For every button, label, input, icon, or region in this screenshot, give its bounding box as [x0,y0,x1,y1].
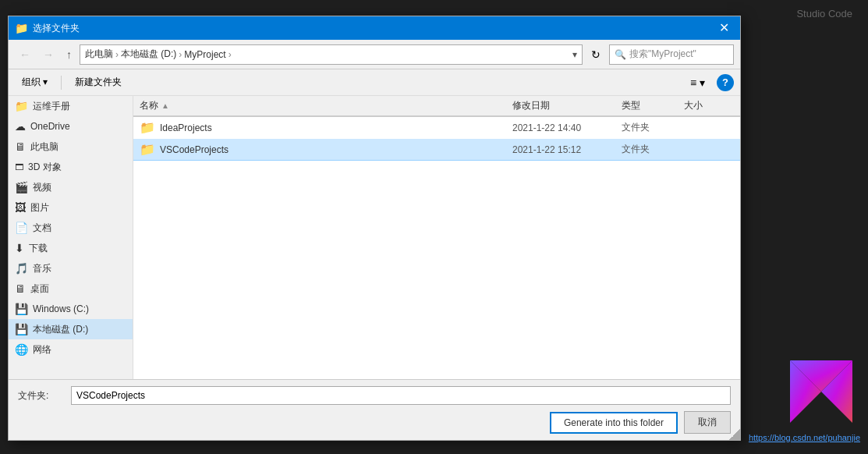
button-row: Generate into this folder 取消 [18,411,731,434]
forward-icon: → [43,48,54,61]
sidebar-item-label: 本地磁盘 (D:) [33,323,88,336]
sidebar-item-label: 网络 [33,343,51,356]
sidebar-item-maintenance[interactable]: 📁 运维手册 [9,96,133,116]
title-bar: 📁 选择文件夹 ✕ [9,16,740,40]
file-name-label: IdeaProjects [160,122,212,133]
sidebar-item-label: 运维手册 [33,100,70,113]
sidebar-item-windows-c[interactable]: 💾 Windows (C:) [9,299,133,319]
column-type[interactable]: 类型 [615,99,678,112]
file-picker-dialog: 📁 选择文件夹 ✕ ← → ↑ 此电脑 › 本地磁盘 (D:) › MyProj… [8,16,741,441]
sidebar-item-desktop[interactable]: 🖥 桌面 [9,278,133,299]
drive-c-icon: 💾 [15,303,28,315]
sidebar-item-label: 3D 对象 [28,161,62,174]
column-name-label: 名称 [140,99,158,112]
file-name-label: VSCodeProjects [160,144,229,155]
download-icon: ⬇ [15,242,24,254]
file-list: 名称 ▲ 修改日期 类型 大小 📁 IdeaProjects 2021-1-22… [133,96,740,379]
filename-row: 文件夹: [18,386,731,405]
search-box[interactable]: 🔍 搜索"MyProject" [609,44,734,65]
sidebar-item-videos[interactable]: 🎬 视频 [9,177,133,197]
toolbar: 组织 ▾ 新建文件夹 ≡ ▾ ? [9,69,740,96]
generate-button[interactable]: Generate into this folder [550,412,678,434]
file-name-cell: 📁 IdeaProjects [133,120,506,135]
sidebar-item-label: OneDrive [30,121,70,132]
folder-icon: 📁 [140,142,155,157]
up-button[interactable]: ↑ [62,45,76,64]
dialog-title: 选择文件夹 [33,22,714,35]
sidebar-item-label: 音乐 [33,262,51,275]
document-icon: 📄 [15,222,28,234]
sidebar-item-label: 文档 [33,222,51,235]
refresh-button[interactable]: ↻ [586,45,606,64]
bottom-bar: 文件夹: Generate into this folder 取消 [9,379,740,440]
thispc-icon: 🖥 [15,140,26,153]
filename-label: 文件夹: [18,389,65,403]
sidebar-item-label: Windows (C:) [33,303,89,314]
table-row[interactable]: 📁 VSCodeProjects 2021-1-22 15:12 文件夹 [133,139,740,161]
network-icon: 🌐 [15,343,28,356]
breadcrumb-dropdown-icon[interactable]: ▾ [572,49,577,60]
cube-icon: 🗖 [15,162,23,172]
picture-icon: 🖼 [15,201,26,214]
sidebar-item-network[interactable]: 🌐 网络 [9,339,133,360]
sidebar-item-label: 桌面 [30,282,49,296]
video-icon: 🎬 [15,181,28,193]
back-icon: ← [19,48,30,61]
close-button[interactable]: ✕ [714,20,734,36]
sidebar-item-thispc[interactable]: 🖥 此电脑 [9,137,133,157]
view-toggle-button[interactable]: ≡ ▾ [685,73,710,92]
sidebar-item-label: 图片 [30,201,49,215]
sidebar-item-pictures[interactable]: 🖼 图片 [9,197,133,218]
sidebar-item-3d[interactable]: 🗖 3D 对象 [9,157,133,177]
refresh-icon: ↻ [591,48,601,61]
main-content: 📁 运维手册 ☁ OneDrive 🖥 此电脑 🗖 3D 对象 🎬 视频 🖼 [9,96,740,379]
music-icon: 🎵 [15,262,28,275]
column-size[interactable]: 大小 [678,99,740,112]
breadcrumb-item-0[interactable]: 此电脑 [85,48,113,61]
organize-button[interactable]: 组织 ▾ [15,73,55,92]
folder-title-icon: 📁 [15,22,28,34]
onedrive-icon: ☁ [15,120,26,133]
sidebar-item-label: 视频 [33,181,51,194]
sidebar-item-label: 此电脑 [30,140,58,154]
search-icon: 🔍 [615,49,626,60]
sidebar: 📁 运维手册 ☁ OneDrive 🖥 此电脑 🗖 3D 对象 🎬 视频 🖼 [9,96,133,379]
column-name[interactable]: 名称 ▲ [133,99,506,112]
sidebar-item-local-d[interactable]: 💾 本地磁盘 (D:) [9,319,133,339]
address-bar: ← → ↑ 此电脑 › 本地磁盘 (D:) › MyProject › ▾ ↻ … [9,40,740,69]
search-placeholder: 搜索"MyProject" [629,48,696,61]
file-type-cell: 文件夹 [615,143,678,156]
filename-input[interactable] [71,386,731,405]
vscode-label: Studio Code [796,8,852,20]
new-folder-button[interactable]: 新建文件夹 [68,73,129,92]
drive-d-icon: 💾 [15,323,28,335]
file-type-cell: 文件夹 [615,121,678,134]
sidebar-item-music[interactable]: 🎵 音乐 [9,258,133,278]
sidebar-item-downloads[interactable]: ⬇ 下载 [9,238,133,258]
sidebar-item-onedrive[interactable]: ☁ OneDrive [9,116,133,137]
folder-icon: 📁 [15,100,28,112]
sort-icon: ▲ [161,101,169,110]
file-date-cell: 2021-1-22 14:40 [506,122,615,133]
help-button[interactable]: ? [717,74,734,91]
forward-button[interactable]: → [38,45,58,64]
sidebar-item-documents[interactable]: 📄 文档 [9,218,133,238]
sidebar-item-label: 下载 [29,242,48,255]
file-name-cell: 📁 VSCodeProjects [133,142,506,157]
kotlin-logo-icon [790,360,852,423]
folder-icon: 📁 [140,120,155,135]
breadcrumb-item-1[interactable]: 本地磁盘 (D:) [121,48,176,61]
up-icon: ↑ [66,48,72,61]
toolbar-separator [61,76,62,90]
blog-link[interactable]: https://blog.csdn.net/puhanjie [749,433,860,442]
breadcrumb[interactable]: 此电脑 › 本地磁盘 (D:) › MyProject › ▾ [80,44,583,65]
desktop-icon: 🖥 [15,282,26,295]
breadcrumb-item-2[interactable]: MyProject [184,49,225,60]
table-row[interactable]: 📁 IdeaProjects 2021-1-22 14:40 文件夹 [133,117,740,139]
column-date[interactable]: 修改日期 [506,99,615,112]
cancel-button[interactable]: 取消 [684,411,731,434]
file-date-cell: 2021-1-22 15:12 [506,144,615,155]
file-list-header: 名称 ▲ 修改日期 类型 大小 [133,96,740,117]
back-button[interactable]: ← [15,45,35,64]
resize-handle[interactable] [729,429,740,440]
